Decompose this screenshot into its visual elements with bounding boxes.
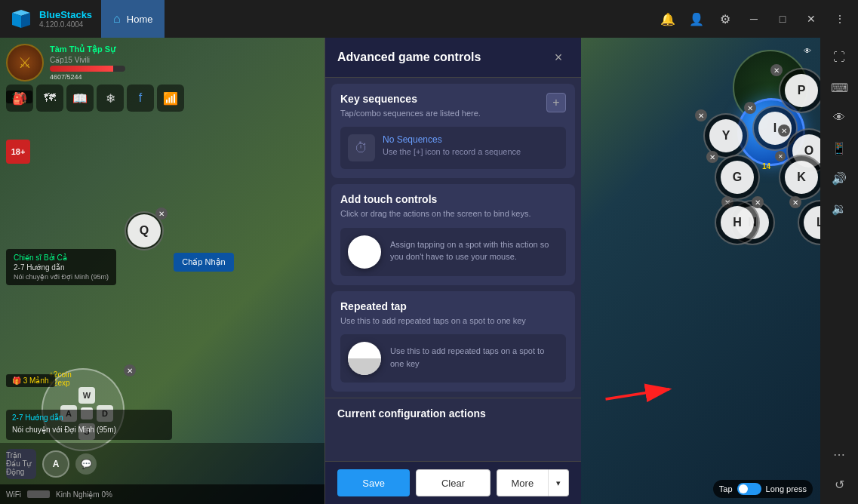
minimap-eye-icon[interactable]: 👁 xyxy=(804,47,811,55)
toolbar-icon-3[interactable]: 📖 xyxy=(66,85,94,112)
collect-text: 3 Mảnh xyxy=(23,376,49,385)
k-key-close[interactable]: ✕ xyxy=(775,151,786,161)
right-sidebar: ⛶ ⌨ 👁 📱 🔊 🔉 ⋯ ↺ xyxy=(820,38,858,504)
repeated-tap-body: Use this to add repeated taps on a spot … xyxy=(390,342,558,370)
more-button[interactable]: More xyxy=(497,469,548,496)
character-level: Cấp15 Vivili xyxy=(50,56,125,64)
sequence-text: No Sequences Use the [+] icon to record … xyxy=(383,134,521,158)
touch-controls-desc: Click or drag the actions on the screen … xyxy=(340,208,566,220)
o-key-close[interactable]: ✕ xyxy=(778,124,790,137)
maximize-button[interactable]: □ xyxy=(770,7,795,31)
g-key-button[interactable]: G xyxy=(715,155,760,200)
sidebar-keyboard-icon[interactable]: ⌨ xyxy=(826,74,853,101)
logo-text-group: BlueStacks 4.120.0.4004 xyxy=(39,9,92,29)
repeated-tap-desc: Use this to add repeated taps on a spot … xyxy=(340,315,566,327)
toolbar-icon-signal[interactable]: 📶 xyxy=(157,85,184,112)
y-key-close[interactable]: ✕ xyxy=(695,109,707,121)
chat-area: 2-7 Hướng dẫn Nói chuyện với Đợi Minh (9… xyxy=(6,410,172,440)
character-name: Tàm Thủ Tập Sự xyxy=(50,45,125,54)
app-name: BlueStacks xyxy=(39,9,92,20)
q-key-button[interactable]: Q ✕ xyxy=(125,211,164,250)
key-sequences-section: Key sequences Tap/combo sequences are li… xyxy=(331,84,575,178)
dialog-header: Advanced game controls × xyxy=(325,38,581,78)
sidebar-expand-icon[interactable]: ⛶ xyxy=(826,44,853,71)
l-key-close[interactable]: ✕ xyxy=(789,196,801,208)
toolbar-icon-fb[interactable]: f xyxy=(127,85,154,112)
touch-control-body: Assign tapping on a spot with this actio… xyxy=(390,235,558,263)
q-key-close[interactable]: ✕ xyxy=(155,207,168,220)
chat-item-2: Nói chuyện với Đợi Minh (95m) xyxy=(12,425,166,435)
quest-task: 2-7 Hướng dẫn xyxy=(14,263,109,272)
minimize-button[interactable]: ─ xyxy=(742,7,766,31)
tran-dau-button[interactable]: Trận Đấu Tự Động xyxy=(6,449,36,479)
xp-label: Kinh Nghiệm 0% xyxy=(56,490,112,499)
sidebar-phone-icon[interactable]: 📱 xyxy=(826,134,853,161)
no-sequences-title: No Sequences xyxy=(383,134,521,145)
k-key-button[interactable]: K xyxy=(779,155,820,200)
l-key-button[interactable]: L xyxy=(798,200,820,245)
status-bar: WiFi Kinh Nghiệm 0% xyxy=(0,484,324,504)
sidebar-volume-up-icon[interactable]: 🔊 xyxy=(826,164,853,192)
chat-bubble-icon[interactable]: 💬 xyxy=(75,453,97,475)
sidebar-volume-down-icon[interactable]: 🔉 xyxy=(826,195,853,222)
toolbar-icon-2[interactable]: 🗺 xyxy=(36,85,63,112)
a-key-button[interactable]: A xyxy=(42,450,69,478)
sidebar-more-icon[interactable]: ⋯ xyxy=(826,441,853,468)
clear-button[interactable]: Clear xyxy=(416,469,490,496)
hp-bar xyxy=(50,66,125,72)
dialog-title: Advanced game controls xyxy=(337,51,481,64)
repeated-tap-section: Repeated tap Use this to add repeated ta… xyxy=(331,291,575,392)
bluestacks-logo: BlueStacks 4.120.0.4004 xyxy=(0,7,101,31)
red-arrow xyxy=(594,376,684,406)
save-button[interactable]: Save xyxy=(337,469,410,496)
sidebar-eye-icon[interactable]: 👁 xyxy=(826,104,853,131)
no-sequences-hint: Use the [+] icon to record a sequence xyxy=(383,146,521,158)
character-stats: Tàm Thủ Tập Sự Cấp15 Vivili 4607/5244 xyxy=(50,45,125,81)
topbar-icons: 🔔 👤 ⚙ ─ □ ✕ ⋮ xyxy=(656,7,858,31)
dpad-close[interactable]: ✕ xyxy=(124,364,136,376)
key-sequences-title: Key sequences xyxy=(340,93,566,105)
repeated-tap-title: Repeated tap xyxy=(340,300,566,312)
tap-toggle-bar: Tap Long press xyxy=(713,480,813,498)
bell-icon[interactable]: 🔔 xyxy=(656,7,680,31)
home-tab[interactable]: ⌂ Home xyxy=(101,0,165,38)
touch-controls-title: Add touch controls xyxy=(340,193,566,205)
character-info: ⚔ Tàm Thủ Tập Sự Cấp15 Vivili 4607/5244 xyxy=(6,44,125,81)
quest-notification: Chiến sĩ Bởi Cả 2-7 Hướng dẫn Nói chuyện… xyxy=(6,249,116,285)
gear-icon[interactable]: ⚙ xyxy=(713,7,737,31)
h-key-container: H ✕ xyxy=(715,200,760,245)
g-key-close[interactable]: ✕ xyxy=(706,151,718,163)
dialog-close-button[interactable]: × xyxy=(548,47,569,68)
w-key[interactable]: W xyxy=(78,387,95,404)
dialog-footer: Save Clear More ▾ xyxy=(325,461,581,504)
key-sequences-desc: Tap/combo sequences are listed here. xyxy=(340,108,566,119)
tran-dau-label: Trận Đấu Tự Động xyxy=(6,451,36,476)
sidebar-rotate-icon[interactable]: ↺ xyxy=(826,471,853,498)
toolbar-icon-4[interactable]: ❄ xyxy=(97,85,124,112)
hp-text: 4607/5244 xyxy=(50,73,125,81)
sidebar-toggle-icon[interactable]: ⋮ xyxy=(828,7,852,31)
chat-item: 2-7 Hướng dẫn xyxy=(12,413,166,423)
i-key-close[interactable]: ✕ xyxy=(744,102,756,114)
p-key-button[interactable]: P xyxy=(779,68,820,113)
more-button-group: More ▾ xyxy=(497,469,569,496)
collect-notice: 🎁 3 Mảnh xyxy=(6,374,55,387)
toggle-knob xyxy=(739,484,748,493)
dialog-content[interactable]: Key sequences Tap/combo sequences are li… xyxy=(325,78,581,461)
age-rating-badge: 18+ xyxy=(6,140,30,164)
k-key-number: 14 xyxy=(762,162,770,171)
top-bar: BlueStacks 4.120.0.4004 ⌂ Home 🔔 👤 ⚙ ─ □… xyxy=(0,0,858,38)
user-icon[interactable]: 👤 xyxy=(684,7,709,31)
close-button[interactable]: ✕ xyxy=(799,7,823,31)
game-toolbar: 🎒 🗺 📖 ❄ f 📶 xyxy=(6,85,184,112)
wifi-label: WiFi xyxy=(6,490,21,499)
home-icon: ⌂ xyxy=(113,12,121,26)
h-key-close[interactable]: ✕ xyxy=(752,196,764,208)
action-area: 👁 Bờ Biển Mặn P ✕ Y ✕ I ✕ O ✕ G ✕ xyxy=(564,38,820,504)
tap-toggle-switch[interactable] xyxy=(737,483,761,495)
accept-button[interactable]: Chấp Nhận xyxy=(174,253,234,272)
p-key-close[interactable]: ✕ xyxy=(770,64,783,76)
add-sequence-button[interactable]: + xyxy=(546,93,566,112)
toolbar-icon-1[interactable]: 🎒 xyxy=(6,85,33,112)
more-dropdown-button[interactable]: ▾ xyxy=(548,469,569,496)
